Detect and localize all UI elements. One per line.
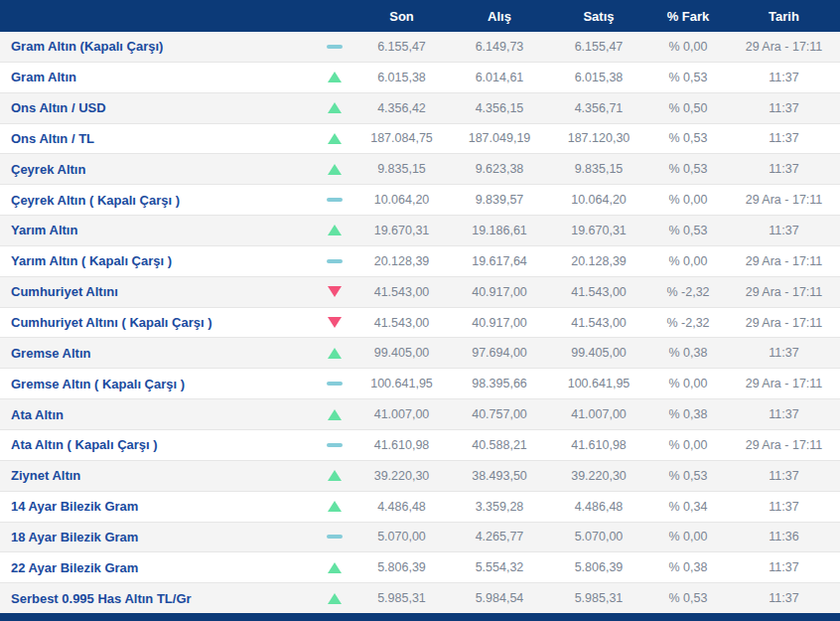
table-row[interactable]: Cumhuriyet Altını 41.543,00 40.917,00 41… [0, 277, 840, 308]
trend-shape [328, 470, 342, 481]
buy-price: 3.359,28 [450, 500, 549, 514]
table-row[interactable]: Ata Altın 41.007,00 40.757,00 41.007,00 … [0, 399, 840, 430]
trend-shape [328, 593, 342, 604]
percent-change: % 0,53 [648, 224, 728, 237]
last-price: 41.007,00 [353, 407, 450, 421]
table-row[interactable]: Gremse Altın ( Kapalı Çarşı ) 100.641,95… [0, 369, 840, 399]
table-row[interactable]: Cumhuriyet Altını ( Kapalı Çarşı ) 41.54… [0, 308, 840, 339]
percent-change: % -2,32 [648, 285, 728, 299]
percent-change: % 0,53 [648, 469, 728, 483]
instrument-name: Çeyrek Altın [0, 162, 316, 177]
sell-price: 5.070,00 [549, 530, 648, 543]
trend-flat-icon [316, 259, 353, 263]
table-row[interactable]: Yarım Altın 19.670,31 19.186,61 19.670,3… [0, 216, 840, 246]
instrument-name: Yarım Altın [0, 223, 316, 237]
table-row[interactable]: Serbest 0.995 Has Altın TL/Gr 5.985,31 5… [0, 583, 840, 613]
instrument-name: Gram Altın (Kapalı Çarşı) [0, 39, 316, 54]
table-row[interactable]: Ziynet Altın 39.220,30 38.493,50 39.220,… [0, 461, 840, 492]
trend-shape [328, 348, 342, 359]
trend-down-icon [316, 286, 353, 297]
table-body: Gram Altın (Kapalı Çarşı) 6.155,47 6.149… [0, 32, 840, 613]
trend-shape [327, 535, 343, 539]
timestamp: 29 Ara - 17:11 [728, 316, 840, 330]
header-tarih: Tarih [728, 9, 840, 24]
last-price: 6.155,47 [353, 40, 450, 54]
percent-change: % 0,38 [648, 407, 728, 421]
instrument-name: Yarım Altın ( Kapalı Çarşı ) [0, 253, 316, 268]
sell-price: 10.064,20 [549, 193, 648, 207]
table-row[interactable]: Çeyrek Altın ( Kapalı Çarşı ) 10.064,20 … [0, 185, 840, 216]
sell-price: 99.405,00 [549, 346, 648, 360]
buy-price: 9.839,57 [450, 193, 549, 207]
table-row[interactable]: 22 Ayar Bilezik Gram 5.806,39 5.554,32 5… [0, 552, 840, 583]
header-alis: Alış [450, 9, 549, 24]
table-row[interactable]: Yarım Altın ( Kapalı Çarşı ) 20.128,39 1… [0, 246, 840, 277]
timestamp: 11:37 [728, 101, 840, 115]
buy-price: 5.554,32 [450, 560, 549, 574]
trend-flat-icon [316, 382, 353, 386]
table-row[interactable]: Ons Altın / USD 4.356,42 4.356,15 4.356,… [0, 93, 840, 124]
table-row[interactable]: 18 Ayar Bilezik Gram 5.070,00 4.265,77 5… [0, 523, 840, 553]
sell-price: 41.543,00 [549, 316, 648, 330]
trend-flat-icon [316, 198, 353, 202]
sell-price: 41.007,00 [549, 407, 648, 421]
instrument-name: Gram Altın [0, 70, 316, 84]
instrument-name: Çeyrek Altın ( Kapalı Çarşı ) [0, 193, 316, 208]
trend-shape [327, 382, 343, 386]
buy-price: 5.984,54 [450, 591, 549, 605]
sell-price: 20.128,39 [549, 254, 648, 268]
buy-price: 4.265,77 [450, 530, 549, 543]
timestamp: 11:37 [728, 469, 840, 483]
instrument-name: Ons Altın / USD [0, 100, 316, 115]
trend-up-icon [316, 470, 353, 481]
trend-up-icon [316, 164, 353, 175]
sell-price: 9.835,15 [549, 162, 648, 176]
trend-up-icon [316, 501, 353, 512]
buy-price: 98.395,66 [450, 377, 549, 390]
last-price: 5.985,31 [353, 591, 450, 605]
trend-down-icon [316, 317, 353, 328]
table-row[interactable]: Ons Altın / TL 187.084,75 187.049,19 187… [0, 124, 840, 155]
timestamp: 29 Ara - 17:11 [728, 193, 840, 207]
sell-price: 6.015,38 [549, 71, 648, 84]
table-row[interactable]: 14 Ayar Bilezik Gram 4.486,48 3.359,28 4… [0, 492, 840, 523]
last-price: 4.486,48 [353, 500, 450, 514]
percent-change: % 0,50 [648, 101, 728, 115]
last-price: 100.641,95 [353, 377, 450, 390]
trend-up-icon [316, 225, 353, 235]
timestamp: 29 Ara - 17:11 [728, 438, 840, 452]
timestamp: 11:36 [728, 530, 840, 543]
last-price: 10.064,20 [353, 193, 450, 207]
table-row[interactable]: Gremse Altın 99.405,00 97.694,00 99.405,… [0, 338, 840, 369]
percent-change: % 0,00 [648, 530, 728, 543]
instrument-name: Serbest 0.995 Has Altın TL/Gr [0, 591, 316, 606]
trend-shape [327, 443, 343, 447]
last-price: 4.356,42 [353, 101, 450, 115]
timestamp: 11:37 [728, 500, 840, 514]
percent-change: % 0,53 [648, 591, 728, 605]
trend-shape [328, 317, 342, 328]
instrument-name: Ons Altın / TL [0, 131, 316, 146]
last-price: 39.220,30 [353, 469, 450, 483]
table-row[interactable]: Çeyrek Altın 9.835,15 9.623,38 9.835,15 … [0, 154, 840, 185]
trend-up-icon [316, 133, 353, 144]
sell-price: 4.486,48 [549, 500, 648, 514]
last-price: 41.543,00 [353, 316, 450, 330]
percent-change: % 0,00 [648, 438, 728, 452]
buy-price: 38.493,50 [450, 469, 549, 483]
timestamp: 11:37 [728, 71, 840, 84]
last-price: 41.610,98 [353, 438, 450, 452]
trend-shape [328, 501, 342, 512]
buy-price: 19.186,61 [450, 224, 549, 237]
buy-price: 187.049,19 [450, 131, 549, 145]
trend-shape [328, 164, 342, 175]
table-row[interactable]: Gram Altın (Kapalı Çarşı) 6.155,47 6.149… [0, 32, 840, 63]
last-price: 20.128,39 [353, 254, 450, 268]
gold-prices-table: Son Alış Satış % Fark Tarih Gram Altın (… [0, 0, 840, 621]
sell-price: 6.155,47 [549, 40, 648, 54]
trend-up-icon [316, 348, 353, 359]
table-row[interactable]: Gram Altın 6.015,38 6.014,61 6.015,38 % … [0, 63, 840, 93]
trend-up-icon [316, 409, 353, 420]
timestamp: 29 Ara - 17:11 [728, 285, 840, 299]
table-row[interactable]: Ata Altın ( Kapalı Çarşı ) 41.610,98 40.… [0, 430, 840, 461]
